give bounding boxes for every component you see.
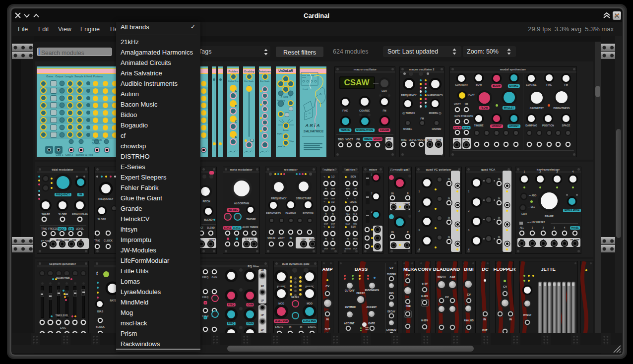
svg-text:bonk: bonk [303,88,308,91]
